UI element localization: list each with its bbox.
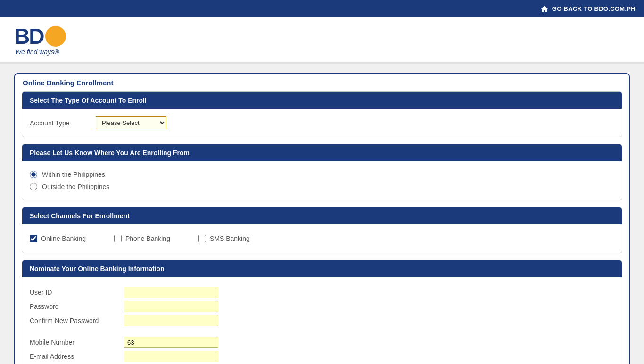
radio-outside-philippines[interactable]: Outside the Philippines [30, 183, 614, 190]
channels-checkbox-group: Online Banking Phone Banking SMS Banking [30, 232, 614, 245]
confirm-password-input[interactable] [124, 315, 218, 326]
go-back-label: GO BACK TO BDO.COM.PH [552, 5, 636, 12]
home-icon [541, 5, 548, 12]
user-id-label: User ID [30, 289, 115, 296]
user-id-input[interactable] [124, 287, 218, 298]
password-input[interactable] [124, 301, 218, 312]
banking-info-fields: User ID Password Confirm New Password Mo… [30, 285, 614, 364]
location-body: Within the Philippines Outside the Phili… [22, 161, 622, 200]
channel-online-banking-label: Online Banking [41, 235, 86, 242]
main-content: Online Banking Enrollment Select The Typ… [0, 64, 644, 364]
email-input[interactable] [124, 351, 218, 362]
top-bar: GO BACK TO BDO.COM.PH [0, 0, 644, 17]
banking-info-header: Nominate Your Online Banking Information [22, 260, 622, 277]
channel-phone-banking-input[interactable] [114, 235, 122, 242]
channels-section: Select Channels For Enrollment Online Ba… [22, 207, 622, 253]
channel-online-banking-input[interactable] [30, 235, 37, 242]
logo: BD We find ways® [14, 25, 630, 56]
enrollment-container: Online Banking Enrollment Select The Typ… [14, 73, 630, 364]
email-label: E-mail Address [30, 353, 115, 360]
go-back-button[interactable]: GO BACK TO BDO.COM.PH [532, 0, 644, 17]
radio-within-label: Within the Philippines [42, 171, 105, 178]
radio-within-philippines[interactable]: Within the Philippines [30, 171, 614, 178]
radio-within-input[interactable] [30, 171, 37, 178]
logo-o-circle [45, 26, 66, 47]
location-radio-group: Within the Philippines Outside the Phili… [30, 169, 614, 192]
svg-marker-0 [541, 6, 548, 12]
channels-body: Online Banking Phone Banking SMS Banking [22, 224, 622, 253]
header: BD We find ways® [0, 17, 644, 64]
email-row: E-mail Address [30, 351, 614, 362]
logo-tagline: We find ways® [15, 48, 59, 56]
account-type-select[interactable]: Please Select Savings Account Checking A… [96, 116, 166, 129]
channel-sms-banking[interactable]: SMS Banking [198, 235, 250, 242]
channel-phone-banking[interactable]: Phone Banking [114, 235, 170, 242]
mobile-number-label: Mobile Number [30, 339, 115, 346]
account-type-section: Select The Type Of Account To Enroll Acc… [22, 91, 622, 137]
confirm-password-label: Confirm New Password [30, 317, 115, 324]
radio-outside-label: Outside the Philippines [42, 183, 109, 190]
mobile-number-input[interactable] [124, 337, 218, 348]
password-label: Password [30, 303, 115, 310]
account-type-row: Account Type Please Select Savings Accou… [30, 116, 614, 129]
mobile-number-row: Mobile Number [30, 337, 614, 348]
banking-info-section: Nominate Your Online Banking Information… [22, 260, 622, 364]
radio-outside-input[interactable] [30, 183, 37, 190]
form-divider [30, 329, 614, 334]
confirm-password-row: Confirm New Password [30, 315, 614, 326]
location-header: Please Let Us Know Where You Are Enrolli… [22, 144, 622, 161]
channel-sms-banking-input[interactable] [198, 235, 206, 242]
channel-online-banking[interactable]: Online Banking [30, 235, 86, 242]
account-type-label: Account Type [30, 119, 86, 127]
channel-phone-banking-label: Phone Banking [125, 235, 170, 242]
user-id-row: User ID [30, 287, 614, 298]
enrollment-title: Online Banking Enrollment [15, 74, 629, 91]
logo-bdo: BD [14, 25, 66, 47]
account-type-header: Select The Type Of Account To Enroll [22, 92, 622, 109]
logo-text: BD [14, 25, 43, 47]
channel-sms-banking-label: SMS Banking [210, 235, 250, 242]
banking-info-body: User ID Password Confirm New Password Mo… [22, 277, 622, 364]
password-row: Password [30, 301, 614, 312]
account-type-body: Account Type Please Select Savings Accou… [22, 109, 622, 137]
channels-header: Select Channels For Enrollment [22, 207, 622, 224]
location-section: Please Let Us Know Where You Are Enrolli… [22, 144, 622, 200]
